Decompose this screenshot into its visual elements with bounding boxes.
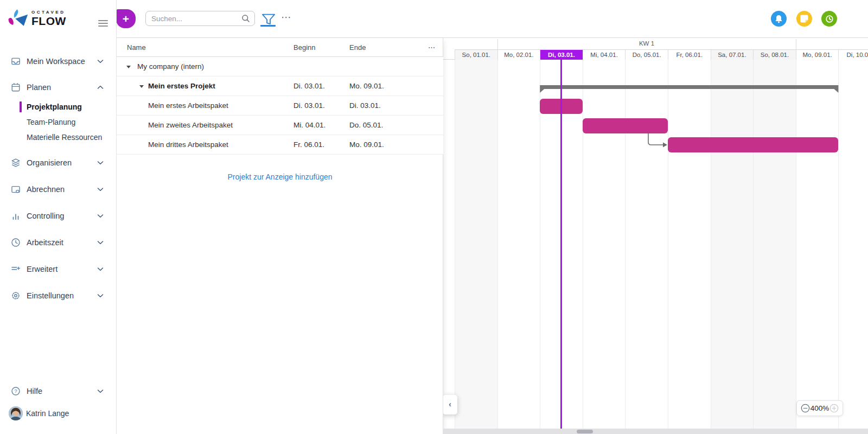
- day-header-cell[interactable]: Mo, 09.01.: [796, 50, 839, 60]
- gantt-week-row: KW 1: [443, 38, 868, 50]
- zoom-level: 400%: [810, 404, 829, 412]
- day-header-cell[interactable]: Mo, 02.01.: [497, 50, 540, 60]
- sidebar-item-materielle-ressourcen[interactable]: Materielle Ressourcen: [0, 130, 117, 145]
- chevron-down-icon: [97, 293, 104, 298]
- notes-button[interactable]: [796, 11, 812, 27]
- day-header-cell[interactable]: Sa, 07.01.: [711, 50, 754, 60]
- clock-icon: [11, 238, 21, 247]
- weekend-shading: [711, 60, 754, 429]
- gantt-gridline: [583, 60, 583, 429]
- brand-name-bottom: FLOW: [31, 15, 66, 27]
- column-header-begin[interactable]: Beginn: [293, 38, 315, 57]
- chevron-down-icon: [97, 240, 104, 245]
- content: Name Beginn Ende ⋯ My company (intern) M…: [117, 37, 868, 434]
- sidebar-item-mein-workspace[interactable]: Mein Workspace: [0, 53, 117, 70]
- bell-icon: [775, 15, 783, 23]
- sidebar-item-hilfe[interactable]: ? Hilfe: [0, 382, 117, 400]
- scrollbar-thumb[interactable]: [577, 430, 593, 433]
- gear-icon: [11, 291, 21, 301]
- gantt-task-bar[interactable]: [583, 118, 668, 133]
- gantt-gridline: [625, 60, 626, 429]
- chevron-down-icon: [97, 214, 104, 218]
- chevron-down-icon: [97, 161, 104, 165]
- user-name: Katrin Lange: [26, 409, 69, 418]
- gantt-task-bar[interactable]: [668, 137, 838, 152]
- main-area: + ⋯: [117, 0, 868, 434]
- gantt-body: [443, 60, 868, 434]
- app-logo[interactable]: OCTAVED FLOW: [8, 9, 66, 28]
- avatar: [9, 406, 23, 420]
- add-button[interactable]: +: [116, 9, 136, 28]
- collapse-caret-icon[interactable]: [126, 66, 131, 68]
- table-row-workpackage-3[interactable]: Mein drittes Arbeitspaket Fr. 06.01. Mo.…: [117, 135, 443, 155]
- gantt-chart: KW 1 So, 01.01.Mo, 02.01.Di, 03.01.Mi, 0…: [443, 38, 868, 434]
- toolbar: + ⋯: [117, 0, 868, 37]
- brand-name-top: OCTAVED: [31, 10, 66, 15]
- sidebar: OCTAVED FLOW Mein Workspace Planen: [0, 0, 117, 434]
- inbox-icon: [11, 56, 21, 66]
- dependency-arrowhead: [663, 143, 667, 148]
- help-icon: ?: [11, 386, 21, 396]
- gantt-gridline: [838, 60, 839, 429]
- chevron-down-icon: [97, 59, 104, 63]
- table-row-company[interactable]: My company (intern): [117, 57, 443, 76]
- today-line: [560, 60, 562, 429]
- calendar-icon: [11, 82, 21, 92]
- sidebar-item-abrechnen[interactable]: Abrechnen: [0, 181, 117, 198]
- day-header-cell[interactable]: Fr, 06.01.: [668, 50, 711, 60]
- column-header-end[interactable]: Ende: [349, 38, 366, 57]
- chevron-down-icon: [97, 187, 104, 192]
- search-box: [145, 11, 255, 26]
- day-header-cell[interactable]: Do, 05.01.: [625, 50, 668, 60]
- sidebar-item-einstellungen[interactable]: Einstellungen: [0, 287, 117, 304]
- search-icon[interactable]: [241, 14, 250, 23]
- svg-text:?: ?: [14, 388, 17, 394]
- gantt-gridline: [497, 60, 498, 429]
- zoom-control: 400%: [796, 400, 843, 416]
- chevron-down-icon: [97, 267, 104, 271]
- table-header: Name Beginn Ende ⋯: [117, 38, 443, 57]
- collapse-caret-icon[interactable]: [139, 85, 144, 88]
- sidebar-item-team-planung[interactable]: Team-Planung: [0, 114, 117, 130]
- horizontal-scrollbar[interactable]: [443, 429, 868, 434]
- sidebar-item-controlling[interactable]: Controlling: [0, 207, 117, 225]
- layers-icon: [11, 158, 21, 168]
- hamburger-menu-icon[interactable]: [98, 20, 108, 28]
- gantt-day-header: So, 01.01.Mo, 02.01.Di, 03.01.Mi, 04.01.…: [443, 50, 868, 60]
- column-header-name[interactable]: Name: [127, 38, 146, 57]
- gantt-overlay: [443, 60, 868, 434]
- weekend-shading: [455, 60, 497, 429]
- table-more-button[interactable]: ⋯: [428, 38, 436, 57]
- toolbar-more-button[interactable]: ⋯: [281, 11, 292, 23]
- day-header-cell[interactable]: Mi, 04.01.: [583, 50, 626, 60]
- gantt-gridline: [711, 60, 711, 429]
- notifications-button[interactable]: [771, 11, 787, 27]
- sidebar-item-arbeitszeit[interactable]: Arbeitszeit: [0, 234, 117, 251]
- day-header-cell[interactable]: So, 08.01.: [753, 50, 796, 60]
- bar-chart-icon: [11, 211, 21, 221]
- week-label: KW 1: [630, 40, 663, 47]
- sidebar-item-erweitert[interactable]: Erweitert: [0, 260, 117, 278]
- table-row-project[interactable]: Mein erstes Projekt Di. 03.01. Mo. 09.01…: [117, 76, 443, 96]
- zoom-in-button[interactable]: [829, 404, 839, 413]
- user-profile[interactable]: Katrin Lange: [0, 404, 117, 423]
- day-header-cell-selected[interactable]: Di, 03.01.: [540, 50, 583, 60]
- gantt-gridline: [796, 60, 796, 429]
- sidebar-item-planen[interactable]: Planen: [0, 79, 117, 96]
- sidebar-item-projektplanung[interactable]: Projektplanung: [0, 99, 117, 114]
- time-tracking-button[interactable]: [821, 11, 837, 27]
- add-project-link[interactable]: Projekt zur Anzeige hinzufügen: [117, 173, 443, 181]
- day-header-cell[interactable]: Di, 10.01.: [838, 50, 868, 60]
- note-icon: [800, 15, 808, 23]
- app-root: OCTAVED FLOW Mein Workspace Planen: [0, 0, 868, 434]
- zoom-out-button[interactable]: [801, 404, 810, 413]
- day-header-cell[interactable]: So, 01.01.: [455, 50, 497, 60]
- collapse-panel-button[interactable]: ‹: [443, 395, 457, 414]
- table-row-workpackage-1[interactable]: Mein erstes Arbeitspaket Di. 03.01. Di. …: [117, 96, 443, 116]
- wallet-icon: [11, 184, 21, 194]
- table-row-workpackage-2[interactable]: Mein zweites Arbeitspaket Mi. 04.01. Do.…: [117, 116, 443, 135]
- search-input[interactable]: [151, 12, 238, 25]
- chevron-up-icon: [97, 85, 104, 90]
- gantt-gridline: [753, 60, 754, 429]
- sidebar-item-organisieren[interactable]: Organisieren: [0, 154, 117, 171]
